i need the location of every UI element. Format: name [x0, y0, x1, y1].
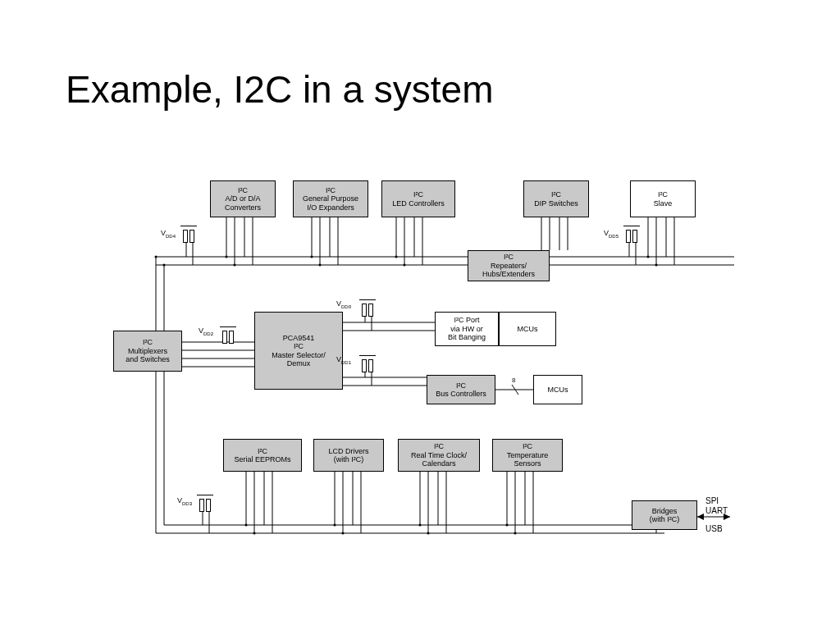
ext-usb-label: USB: [705, 524, 723, 533]
node-eeproms: I²C Serial EEPROMs: [223, 439, 302, 472]
svg-point-87: [419, 524, 422, 527]
node-expanders: I²C General Purpose I/O Expanders: [293, 180, 368, 217]
svg-point-83: [245, 524, 248, 527]
ext-spi-label: SPI: [705, 496, 719, 505]
svg-point-89: [506, 524, 509, 527]
node-dip-switches: I²C DIP Switches: [523, 180, 589, 217]
svg-point-74: [234, 264, 236, 267]
node-pca9541: PCA9541 I²C Master Selector/ Demux: [254, 312, 343, 390]
node-lcd-drivers: LCD Drivers (with I²C): [313, 439, 384, 472]
svg-point-77: [395, 256, 398, 258]
svg-point-78: [404, 264, 406, 267]
svg-point-82: [163, 264, 166, 267]
vdd4-label: VDD4: [161, 229, 176, 237]
node-mcus-2: MCUs: [533, 375, 582, 404]
svg-point-88: [427, 532, 430, 535]
svg-point-85: [334, 524, 336, 527]
svg-point-76: [319, 264, 322, 267]
node-repeaters: I²C Repeaters/ Hubs/Extenders: [468, 250, 550, 281]
node-bus-controllers: I²C Bus Controllers: [427, 375, 495, 404]
node-rtc: I²C Real Time Clock/ Calendars: [398, 439, 480, 472]
i2c-system-diagram: I²C A/D or D/A Converters I²C General Pu…: [123, 168, 746, 562]
svg-point-86: [342, 532, 345, 535]
ext-uart-label: UART: [705, 506, 728, 515]
node-i2c-port: I²C Port via HW or Bit Banging: [435, 312, 499, 346]
vdd5-label: VDD5: [604, 229, 619, 237]
node-converters: I²C A/D or D/A Converters: [210, 180, 276, 217]
svg-point-80: [655, 264, 658, 267]
node-led-controllers: I²C LED Controllers: [381, 180, 455, 217]
vdd2-label: VDD2: [199, 326, 213, 335]
vdd0-label: VDD0: [336, 299, 351, 308]
svg-point-84: [253, 532, 256, 535]
bus-width-label: 8: [512, 377, 515, 384]
page-title: Example, I2C in a system: [66, 67, 494, 112]
vdd3-label: VDD3: [177, 496, 192, 504]
node-slave: I²C Slave: [630, 180, 696, 217]
node-multiplexers: I²C Multiplexers and Switches: [113, 331, 182, 372]
vdd1-label: VDD1: [336, 355, 351, 363]
svg-marker-71: [697, 514, 704, 520]
node-mcus-1: MCUs: [499, 312, 556, 346]
svg-point-73: [226, 256, 228, 258]
svg-point-79: [647, 256, 650, 258]
svg-point-81: [155, 256, 158, 258]
node-temp-sensors: I²C Temperature Sensors: [492, 439, 563, 472]
svg-point-75: [311, 256, 313, 258]
node-bridges: Bridges (with I²C): [632, 500, 697, 530]
svg-point-90: [514, 532, 517, 535]
